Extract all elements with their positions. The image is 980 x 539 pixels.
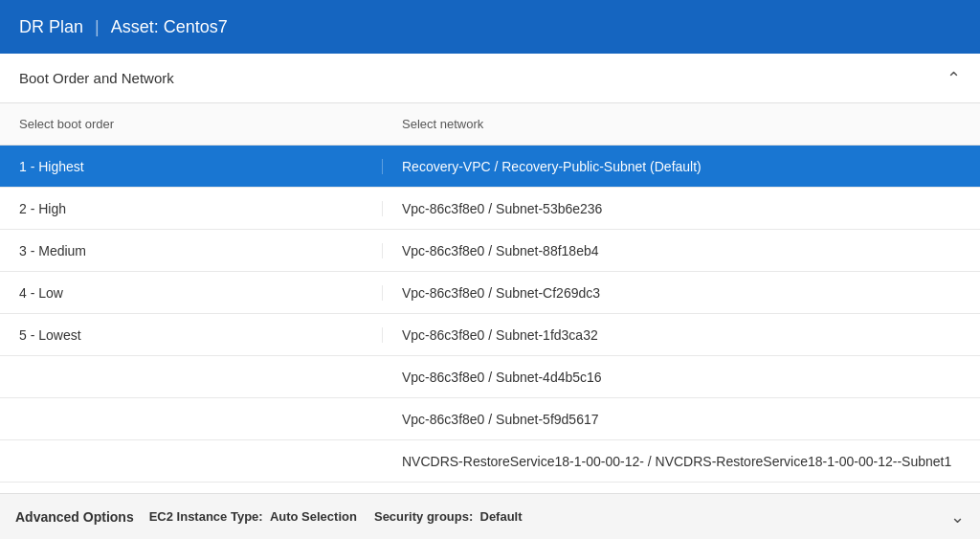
- title-separator: |: [95, 17, 100, 37]
- cell-boot-order: 1 - Highest: [0, 159, 383, 174]
- ec2-label: EC2 Instance Type:: [149, 509, 263, 524]
- cell-boot-order: 4 - Low: [0, 285, 383, 301]
- advanced-options-label: Advanced Options: [15, 509, 134, 525]
- ec2-meta: EC2 Instance Type: Auto Selection Securi…: [149, 509, 523, 524]
- security-value: Default: [480, 509, 523, 524]
- table-row[interactable]: NVCDRS-RestoreService18-1-00-00-12- / NV…: [0, 483, 980, 493]
- table-body: 1 - HighestRecovery-VPC / Recovery-Publi…: [0, 146, 980, 493]
- cell-boot-order: 2 - High: [0, 201, 383, 216]
- asset-label: Asset: Centos7: [111, 17, 228, 37]
- cell-network: Vpc-86c3f8e0 / Subnet-53b6e236: [383, 201, 980, 216]
- table-row[interactable]: NVCDRS-RestoreService18-1-00-00-12- / NV…: [0, 440, 980, 483]
- app-title: DR Plan: [19, 17, 83, 37]
- cell-network: Vpc-86c3f8e0 / Subnet-Cf269dc3: [383, 285, 980, 301]
- cell-network: Vpc-86c3f8e0 / Subnet-1fd3ca32: [383, 327, 980, 343]
- table-row[interactable]: Vpc-86c3f8e0 / Subnet-4d4b5c16: [0, 356, 980, 398]
- section-title: Boot Order and Network: [19, 70, 174, 86]
- collapse-icon[interactable]: ⌃: [947, 68, 961, 89]
- expand-icon[interactable]: ⌄: [950, 506, 965, 528]
- cell-network: Vpc-86c3f8e0 / Subnet-4d4b5c16: [383, 370, 980, 385]
- cell-network: Vpc-86c3f8e0 / Subnet-88f18eb4: [383, 243, 980, 258]
- cell-network: Vpc-86c3f8e0 / Subnet-5f9d5617: [383, 412, 980, 427]
- table-row[interactable]: 2 - HighVpc-86c3f8e0 / Subnet-53b6e236: [0, 188, 980, 230]
- ec2-value: Auto Selection: [270, 509, 357, 524]
- cell-network: Recovery-VPC / Recovery-Public-Subnet (D…: [383, 159, 980, 174]
- table-row[interactable]: 3 - MediumVpc-86c3f8e0 / Subnet-88f18eb4: [0, 230, 980, 272]
- section-header[interactable]: Boot Order and Network ⌃: [0, 54, 980, 103]
- table-row[interactable]: Vpc-86c3f8e0 / Subnet-5f9d5617: [0, 398, 980, 440]
- top-bar: DR Plan | Asset: Centos7: [0, 0, 980, 54]
- col-header-boot-order: Select boot order: [0, 117, 383, 131]
- cell-boot-order: 5 - Lowest: [0, 327, 383, 343]
- cell-network: NVCDRS-RestoreService18-1-00-00-12- / NV…: [383, 454, 980, 469]
- table-row[interactable]: 1 - HighestRecovery-VPC / Recovery-Publi…: [0, 146, 980, 188]
- column-headers: Select boot order Select network: [0, 103, 980, 146]
- col-header-network: Select network: [383, 117, 980, 131]
- cell-boot-order: 3 - Medium: [0, 243, 383, 258]
- security-label: Security groups:: [374, 509, 473, 524]
- bottom-bar[interactable]: Advanced Options EC2 Instance Type: Auto…: [0, 493, 980, 539]
- table-row[interactable]: 4 - LowVpc-86c3f8e0 / Subnet-Cf269dc3: [0, 272, 980, 314]
- table-row[interactable]: 5 - LowestVpc-86c3f8e0 / Subnet-1fd3ca32: [0, 314, 980, 356]
